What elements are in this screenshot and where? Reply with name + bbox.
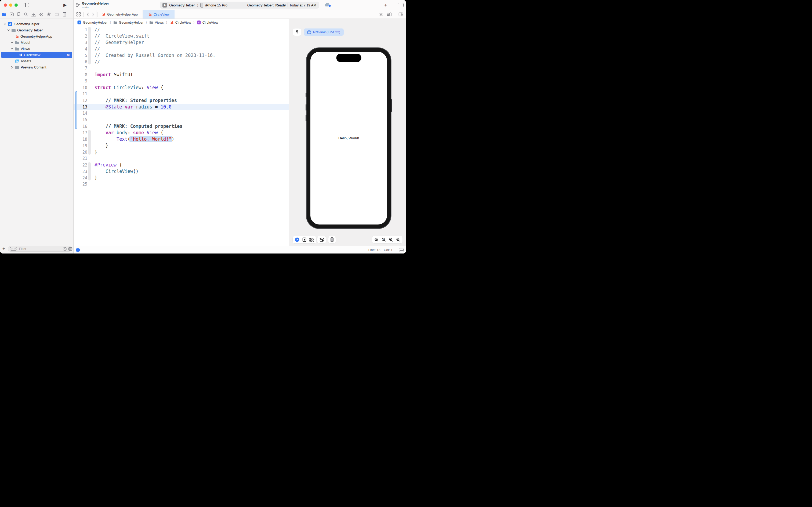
zoom-actual-icon[interactable]: 1	[382, 238, 386, 242]
back-icon[interactable]	[86, 12, 89, 17]
code-line-3[interactable]: 3// GeometryHelper	[73, 39, 289, 46]
breadcrumb-item[interactable]: AGeometryHelper	[77, 20, 108, 24]
disclosure-open-icon[interactable]	[3, 22, 6, 25]
sidebar-item-model[interactable]: Model	[0, 40, 73, 46]
code-line-12[interactable]: 12 // MARK: Stored properties	[73, 97, 289, 104]
source-editor[interactable]: 1//2// CircleView.swift3// GeometryHelpe…	[73, 26, 289, 246]
code-line-19[interactable]: 19 }	[73, 142, 289, 149]
code-line-23[interactable]: 23 CircleView()	[73, 168, 289, 175]
scheme-selector[interactable]: A GeometryHelper ⟩ iPhone 15 Pro Geometr…	[160, 2, 319, 9]
disclosure-open-icon[interactable]	[10, 47, 13, 50]
issues-icon[interactable]	[31, 12, 36, 17]
toggle-navigator-icon[interactable]	[23, 3, 29, 7]
play-live-icon[interactable]	[295, 237, 299, 242]
line-number: 11	[73, 91, 87, 97]
pointer-device-icon[interactable]	[302, 237, 306, 242]
bookmarks-icon[interactable]	[17, 12, 21, 17]
editor-display-icon[interactable]	[399, 248, 404, 252]
code-review-icon[interactable]	[379, 13, 384, 16]
project-navigator-icon[interactable]	[2, 12, 6, 17]
line-number: 2	[73, 33, 87, 40]
breakpoint-marker-icon[interactable]	[76, 248, 80, 251]
code-line-10[interactable]: 10struct CircleView: View {	[73, 84, 289, 91]
sidebar-item-geometryhelperapp[interactable]: GeometryHelperApp	[0, 33, 73, 40]
sidebar-item-geometryhelper[interactable]: AGeometryHelper	[0, 21, 73, 27]
code-line-17[interactable]: 17 var body: some View {	[73, 129, 289, 136]
breadcrumb-item[interactable]: GeometryHelper	[113, 21, 143, 24]
forward-icon[interactable]	[92, 12, 95, 17]
sidebar-item-circleview[interactable]: CircleViewM	[0, 52, 73, 58]
disclosure-closed-icon[interactable]	[10, 66, 13, 69]
code-line-5[interactable]: 5// Created by Russell Gordon on 2023-11…	[73, 52, 289, 59]
find-icon[interactable]	[23, 12, 28, 17]
pin-preview-button[interactable]	[293, 29, 301, 36]
disclosure-open-icon[interactable]	[7, 29, 10, 32]
line-number: 14	[73, 110, 87, 117]
recents-clock-icon[interactable]	[63, 247, 67, 251]
breadcrumb-item[interactable]: SCircleView	[197, 20, 218, 24]
preview-chip-label: Preview (Line 22)	[313, 30, 340, 34]
scheme-project-label[interactable]: GeometryHelper	[169, 3, 195, 7]
code-line-21[interactable]: 21	[73, 155, 289, 162]
code-line-24[interactable]: 24}	[73, 175, 289, 181]
run-button[interactable]: ▶	[63, 2, 67, 8]
scheme-device-label[interactable]: iPhone 15 Pro	[205, 3, 227, 7]
disclosure-open-icon[interactable]	[10, 41, 13, 44]
tab-circleview[interactable]: CircleView	[143, 10, 175, 18]
xcode-cloud-icon[interactable]	[325, 2, 331, 7]
sidebar-item-views[interactable]: Views	[0, 46, 73, 52]
zoom-window-button[interactable]	[14, 3, 18, 7]
close-window-button[interactable]	[4, 3, 7, 7]
code-line-7[interactable]: 7	[73, 65, 289, 71]
zoom-out-icon[interactable]	[374, 238, 379, 242]
filter-input[interactable]	[18, 247, 61, 251]
breakpoints-icon[interactable]	[55, 13, 60, 16]
tab-geometryhelperapp[interactable]: GeometryHelperApp	[96, 10, 143, 18]
adjust-editor-options-icon[interactable]	[387, 12, 392, 16]
modified-badge: M	[67, 53, 69, 57]
sidebar-item-preview-content[interactable]: Preview Content	[0, 64, 73, 70]
simulator-phone-icon	[200, 3, 203, 7]
code-line-20[interactable]: 20}	[73, 149, 289, 155]
code-line-9[interactable]: 9	[73, 78, 289, 84]
add-file-button[interactable]: +	[2, 246, 5, 251]
code-line-22[interactable]: 22#Preview {	[73, 162, 289, 168]
source-control-icon[interactable]	[9, 12, 14, 17]
tests-icon[interactable]	[39, 12, 44, 17]
flags-filter-icon[interactable]	[68, 247, 72, 251]
code-line-6[interactable]: 6//	[73, 59, 289, 65]
code-line-8[interactable]: 8import SwiftUI	[73, 71, 289, 78]
debug-icon[interactable]	[47, 12, 52, 17]
code-line-15[interactable]: 15	[73, 117, 289, 123]
code-line-2[interactable]: 2// CircleView.swift	[73, 33, 289, 39]
iphone-preview-device[interactable]: Hello, World!	[307, 48, 391, 228]
related-items-icon[interactable]	[76, 12, 81, 17]
minimize-window-button[interactable]	[9, 3, 12, 7]
sidebar-item-geometryhelper[interactable]: GeometryHelper	[0, 27, 73, 33]
code-line-14[interactable]: 14	[73, 110, 289, 117]
code-line-1[interactable]: 1//	[73, 26, 289, 33]
add-editor-icon[interactable]	[399, 12, 403, 16]
column-indicator: Col: 1	[384, 248, 393, 252]
variants-grid-icon[interactable]	[309, 238, 314, 242]
device-toggles-icon[interactable]	[320, 237, 324, 242]
add-button[interactable]: +	[384, 3, 387, 8]
filter-field[interactable]	[8, 246, 72, 251]
code-line-4[interactable]: 4//	[73, 46, 289, 52]
code-line-18[interactable]: 18 Text("Hello, World!")	[73, 136, 289, 142]
code-line-11[interactable]: 11	[73, 91, 289, 97]
code-line-25[interactable]: 25	[73, 181, 289, 187]
toggle-inspector-icon[interactable]	[398, 3, 404, 7]
sidebar-item-assets[interactable]: Assets	[0, 58, 73, 64]
code-line-16[interactable]: 16 // MARK: Computed properties	[73, 123, 289, 129]
breadcrumb-item[interactable]: CircleView	[169, 20, 191, 25]
tabs: GeometryHelperAppCircleView	[96, 10, 175, 18]
code-line-13[interactable]: 13 @State var radius = 10.0	[73, 104, 289, 110]
zoom-in-icon[interactable]	[396, 238, 400, 242]
code-text: // CircleView.swift	[87, 33, 150, 39]
device-phone-icon[interactable]	[331, 237, 334, 242]
reports-icon[interactable]	[63, 12, 67, 17]
preview-chip[interactable]: Preview (Line 22)	[304, 29, 344, 36]
zoom-fit-icon[interactable]	[389, 238, 393, 242]
breadcrumb-item[interactable]: Views	[149, 21, 164, 24]
